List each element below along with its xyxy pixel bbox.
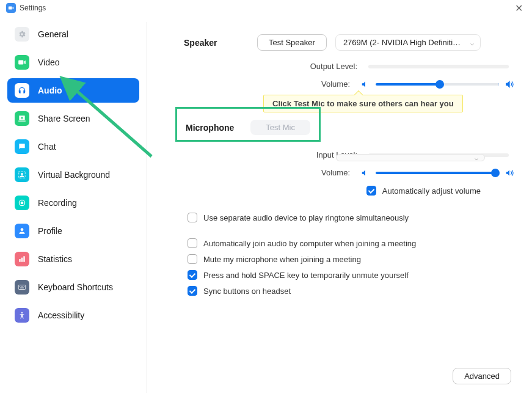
share-screen-icon — [15, 111, 29, 126]
svg-rect-11 — [23, 286, 23, 287]
speaker-label: Speaker — [184, 38, 257, 48]
svg-rect-8 — [18, 285, 26, 290]
speaker-row: Speaker Test Speaker 2769M (2- NVIDIA Hi… — [184, 34, 514, 51]
option-label: Press and hold SPACE key to temporarily … — [203, 271, 409, 280]
sidebar-item-label: Recording — [38, 198, 77, 208]
profile-icon — [15, 224, 29, 238]
speaker-volume-slider-area — [361, 80, 514, 89]
svg-rect-6 — [21, 258, 23, 262]
sidebar-item-label: Profile — [38, 226, 62, 236]
chevron-down-icon: ⌵ — [475, 155, 478, 161]
sidebar-item-label: Share Screen — [38, 114, 90, 123]
video-icon — [15, 55, 29, 70]
sidebar-item-label: Accessibility — [38, 310, 84, 320]
volume-low-icon — [361, 80, 370, 89]
sidebar-item-accessibility[interactable]: Accessibility — [7, 303, 139, 328]
sidebar-item-audio[interactable]: Audio — [7, 78, 139, 103]
svg-rect-10 — [21, 286, 21, 287]
main-panel: Speaker Test Speaker 2769M (2- NVIDIA Hi… — [147, 16, 532, 399]
output-level-row: Output Level: — [184, 62, 514, 71]
sidebar-item-label: Chat — [38, 142, 56, 152]
sidebar-item-recording[interactable]: Recording — [7, 191, 139, 215]
svg-point-3 — [21, 202, 24, 205]
auto-adjust-row: Automatically adjust volume — [184, 186, 514, 196]
chevron-down-icon: ⌵ — [470, 39, 474, 46]
titlebar: Settings ✕ — [0, 0, 532, 16]
app-icon — [6, 3, 16, 13]
svg-point-4 — [21, 228, 24, 231]
test-mic-button[interactable]: Test Mic — [250, 120, 310, 135]
option-row: Use separate audio device to play ringto… — [188, 213, 514, 222]
sidebar-item-label: Virtual Background — [38, 170, 110, 180]
microphone-label: Microphone — [186, 123, 250, 133]
advanced-button[interactable]: Advanced — [453, 368, 511, 384]
microphone-highlight: Microphone Test Mic — [175, 107, 321, 142]
option-row: Sync buttons on headset — [188, 286, 514, 296]
mic-volume-slider-area — [361, 169, 514, 177]
mic-volume-label: Volume: — [321, 168, 350, 177]
keyboard-icon — [15, 280, 29, 295]
svg-rect-9 — [20, 286, 20, 287]
test-speaker-button[interactable]: Test Speaker — [257, 34, 327, 51]
sidebar-item-label: Keyboard Shortcuts — [38, 282, 113, 292]
sidebar: General Video Audio Share Screen Chat Vi… — [0, 16, 147, 399]
output-level-label: Output Level: — [310, 62, 357, 71]
volume-low-icon — [361, 169, 370, 177]
sidebar-item-chat[interactable]: Chat — [7, 134, 139, 159]
option-row: Automatically join audio by computer whe… — [188, 238, 514, 248]
sidebar-item-virtual-background[interactable]: Virtual Background — [7, 163, 139, 187]
chat-icon — [15, 139, 29, 154]
sidebar-item-statistics[interactable]: Statistics — [7, 247, 139, 271]
sidebar-item-general[interactable]: General — [7, 22, 139, 46]
svg-rect-7 — [23, 256, 24, 262]
close-icon[interactable]: ✕ — [511, 2, 526, 14]
option-row: Press and hold SPACE key to temporarily … — [188, 270, 514, 280]
virtual-background-icon — [15, 167, 29, 182]
accessibility-icon — [15, 308, 29, 323]
volume-high-icon — [505, 80, 514, 89]
sidebar-item-label: Video — [38, 57, 60, 67]
sidebar-item-label: Statistics — [38, 254, 72, 264]
speaker-device-select[interactable]: 2769M (2- NVIDIA High Definitio... ⌵ — [335, 34, 481, 51]
sidebar-item-label: Audio — [38, 86, 62, 95]
sidebar-item-video[interactable]: Video — [7, 50, 139, 75]
mic-volume-slider[interactable] — [376, 172, 499, 174]
speaker-volume-row: Volume: — [184, 79, 514, 89]
option-checkbox-4[interactable] — [188, 286, 197, 296]
footer: Advanced — [453, 368, 511, 384]
sidebar-item-keyboard-shortcuts[interactable]: Keyboard Shortcuts — [7, 275, 139, 299]
sidebar-item-share-screen[interactable]: Share Screen — [7, 106, 139, 131]
headphones-icon — [15, 83, 29, 98]
microphone-device-select[interactable]: ⌵ — [336, 154, 485, 161]
recording-icon — [15, 196, 29, 210]
content: General Video Audio Share Screen Chat Vi… — [0, 16, 532, 399]
statistics-icon — [15, 252, 29, 266]
sidebar-item-label: General — [38, 29, 68, 39]
auto-adjust-label: Automatically adjust volume — [382, 186, 481, 196]
option-label: Use separate audio device to play ringto… — [203, 213, 409, 222]
svg-rect-5 — [19, 259, 20, 262]
window-title: Settings — [20, 4, 46, 12]
svg-rect-12 — [24, 286, 24, 287]
svg-rect-13 — [20, 288, 24, 288]
svg-point-1 — [21, 173, 23, 175]
option-label: Automatically join audio by computer whe… — [203, 239, 416, 248]
speaker-device-value: 2769M (2- NVIDIA High Definitio... — [343, 38, 464, 47]
svg-point-14 — [21, 312, 23, 313]
options-section: Use separate audio device to play ringto… — [184, 213, 514, 296]
option-checkbox-3[interactable] — [188, 270, 197, 280]
speaker-volume-label: Volume: — [321, 79, 350, 89]
sidebar-item-profile[interactable]: Profile — [7, 219, 139, 243]
gear-icon — [15, 27, 29, 42]
speaker-volume-slider[interactable] — [376, 83, 499, 86]
output-level-meter — [368, 65, 509, 68]
option-checkbox-2[interactable] — [188, 254, 197, 264]
option-label: Sync buttons on headset — [203, 287, 291, 296]
option-checkbox-0[interactable] — [188, 213, 197, 222]
option-checkbox-1[interactable] — [188, 238, 197, 248]
option-label: Mute my microphone when joining a meetin… — [203, 255, 361, 264]
titlebar-left: Settings — [6, 3, 46, 13]
volume-high-icon — [505, 169, 514, 177]
auto-adjust-checkbox[interactable] — [366, 186, 376, 196]
option-row: Mute my microphone when joining a meetin… — [188, 254, 514, 264]
